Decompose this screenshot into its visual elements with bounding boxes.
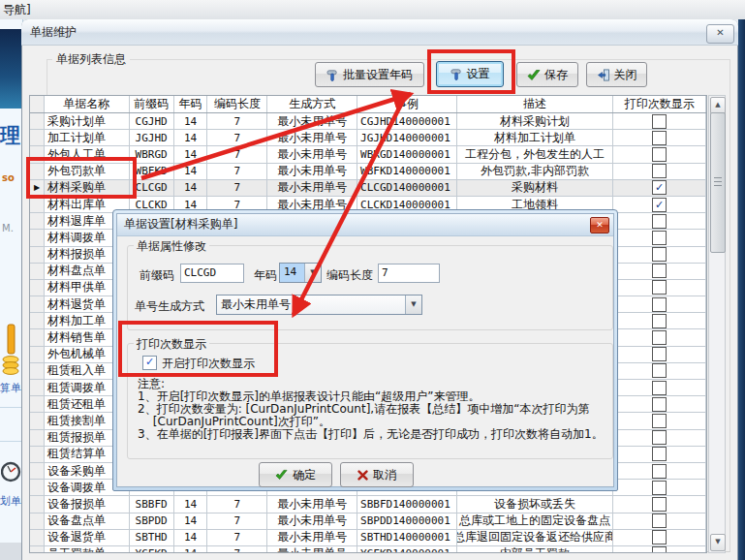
print-flag-checkbox[interactable]: [652, 297, 667, 312]
cell-generation: 最小未用单号: [267, 113, 357, 129]
table-row[interactable]: 员工罚款单YGFKD147最小未用单号YGFKD140000001内部员工罚款: [30, 546, 706, 553]
window-titlebar: 单据维护: [21, 19, 738, 46]
row-gutter: [30, 146, 45, 162]
window-close-button[interactable]: ✕: [706, 24, 734, 44]
table-row[interactable]: 设备盘点单SBPDD147最小未用单号SBPDD140000001总库或工地上的…: [30, 513, 706, 530]
cell-generation: 最小未用单号: [267, 496, 357, 512]
cell-example: WBFKD140000001: [357, 164, 457, 179]
cell-year: 14: [174, 164, 208, 179]
cell-generation: 最小未用单号: [267, 180, 357, 196]
print-flag-checkbox[interactable]: [652, 497, 667, 512]
print-flag-checkbox[interactable]: [652, 131, 667, 145]
divider: [0, 407, 21, 408]
row-gutter: [30, 329, 45, 345]
table-row[interactable]: 采购计划单CGJHD147最小未用单号CGJHD140000001材料采购计划: [30, 113, 706, 130]
selected-row-pointer-icon: ▶: [34, 180, 40, 195]
print-flag-checkbox[interactable]: [652, 546, 667, 553]
column-header: 生成方式: [267, 96, 357, 112]
scroll-down-button[interactable]: ▼: [710, 534, 726, 551]
print-flag-checkbox[interactable]: [652, 231, 667, 245]
print-flag-checkbox[interactable]: [652, 264, 667, 278]
print-flag-checkbox[interactable]: [652, 280, 667, 295]
cell-print-flag: [613, 363, 706, 379]
scrollbar-thumb[interactable]: [710, 112, 726, 253]
print-flag-checkbox[interactable]: [652, 464, 667, 479]
coins-icon: [2, 323, 20, 377]
table-row[interactable]: ▶材料采购单CLCGD147最小未用单号CLCGD140000001采购材料✓: [30, 180, 706, 197]
ok-label: 确定: [293, 467, 316, 483]
cell-name: 外包罚款单: [45, 164, 130, 179]
print-flag-checkbox[interactable]: [652, 513, 667, 528]
print-flag-checkbox[interactable]: ✓: [652, 198, 667, 212]
batch-set-yearcode-button[interactable]: 批量设置年码: [315, 62, 424, 87]
cell-desc: 材料采购计划: [457, 113, 614, 129]
cell-print-flag: [613, 280, 706, 296]
cell-generation: 最小未用单号: [267, 164, 357, 179]
yearcode-select[interactable]: 14 ▼: [279, 263, 322, 283]
down-arrow-icon: ▼: [715, 538, 720, 545]
cell-year: 14: [174, 513, 208, 529]
dialog-title: 单据设置[材料采购单]: [124, 217, 237, 231]
nav-item-partial-2[interactable]: 划单: [0, 494, 21, 509]
close-button[interactable]: 关闭: [586, 62, 647, 87]
print-flag-checkbox[interactable]: ✓: [652, 180, 667, 195]
table-header: 单据名称前缀码年码编码长度生成方式事例描述打印次数显示: [30, 96, 706, 113]
save-button[interactable]: 保存: [516, 62, 578, 87]
print-flag-checkbox[interactable]: [652, 381, 667, 395]
cell-name: 设备报损单: [45, 496, 130, 512]
cell-prefix: SBPDD: [130, 513, 174, 529]
table-row[interactable]: 设备报损单SBBFD147最小未用单号SBBFD140000001设备损坏或丢失: [30, 496, 706, 513]
note-line: 注意:: [138, 378, 607, 390]
app-logo-subtext: so: [2, 172, 15, 183]
print-count-checkbox[interactable]: ✓: [142, 356, 157, 370]
generation-mode-select[interactable]: 最小未用单号 ▼: [216, 295, 422, 315]
nav-item-partial-1[interactable]: 算单: [0, 381, 21, 395]
cell-length: 7: [207, 546, 267, 553]
dropdown-button[interactable]: ▼: [405, 296, 421, 314]
cell-generation: 最小未用单号: [267, 146, 357, 162]
table-row[interactable]: 设备退货单SBTHD147最小未用单号SBTHD140000001总库退回固定设…: [30, 530, 706, 546]
row-gutter: [30, 530, 45, 545]
print-flag-checkbox[interactable]: [652, 247, 667, 262]
print-flag-checkbox[interactable]: [652, 447, 667, 461]
cancel-button[interactable]: 取消: [340, 462, 414, 487]
print-flag-checkbox[interactable]: [652, 330, 667, 345]
cell-name: 设备盘点单: [45, 513, 130, 529]
print-flag-checkbox[interactable]: [652, 114, 667, 129]
table-row[interactable]: 加工计划单JGJHD147最小未用单号JGJHD140000001材料加工计划单: [30, 130, 706, 146]
dialog-close-button[interactable]: ✕: [590, 217, 609, 233]
chevron-down-icon: ▼: [411, 300, 416, 308]
check-icon: [275, 469, 288, 481]
cell-desc: 总库或工地上的固定设备盘点: [457, 513, 614, 529]
column-header: 编码长度: [207, 96, 267, 112]
prefix-input[interactable]: CLCGD: [180, 264, 244, 283]
print-flag-checkbox[interactable]: [652, 347, 667, 361]
length-input[interactable]: 7: [378, 264, 440, 283]
clock-icon: [1, 453, 21, 490]
length-label: 编码长度: [326, 267, 373, 284]
print-flag-checkbox[interactable]: [652, 430, 667, 445]
print-flag-checkbox[interactable]: [652, 397, 667, 412]
print-flag-checkbox[interactable]: [652, 481, 667, 495]
table-row[interactable]: 外包罚款单WBFKD147最小未用单号WBFKD140000001外包罚款,非内…: [30, 164, 706, 180]
dropdown-button[interactable]: ▼: [304, 264, 321, 282]
ok-button[interactable]: 确定: [259, 462, 332, 487]
print-flag-checkbox[interactable]: [652, 147, 667, 162]
table-vertical-scrollbar[interactable]: ▲ ▼: [708, 95, 726, 553]
settings-button[interactable]: 设置: [436, 61, 504, 87]
print-flag-checkbox[interactable]: [652, 164, 667, 178]
cell-example: SBPDD140000001: [357, 513, 457, 529]
print-flag-checkbox[interactable]: [652, 314, 667, 328]
print-flag-checkbox[interactable]: [652, 530, 667, 544]
print-flag-checkbox[interactable]: [652, 214, 667, 229]
note-line: 3、在单据的[打印报表]界面下点击【打印】后，无论是否打印成功，打印次数将自动加…: [138, 428, 607, 441]
cell-desc: 外包罚款,非内部罚款: [457, 164, 614, 179]
cell-prefix: CGJHD: [130, 113, 174, 129]
column-header: 描述: [457, 96, 614, 112]
cell-print-flag: [613, 496, 706, 512]
table-row[interactable]: 外包人工单WBRGD147最小未用单号WBRGD140000001工程分包，外包…: [30, 146, 706, 163]
cell-year: 14: [174, 180, 208, 196]
print-flag-checkbox[interactable]: [652, 414, 667, 428]
print-flag-checkbox[interactable]: [652, 363, 667, 378]
cell-length: 7: [207, 180, 267, 196]
